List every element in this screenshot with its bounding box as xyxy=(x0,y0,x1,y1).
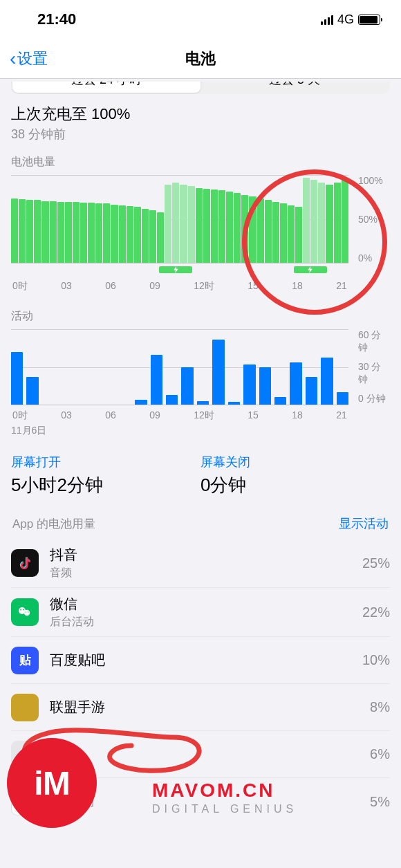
bar xyxy=(135,400,147,405)
bar xyxy=(11,352,23,405)
bar xyxy=(34,200,41,263)
bar xyxy=(103,203,110,263)
app-row[interactable]: 贴百度贴吧10% xyxy=(11,637,390,684)
bar xyxy=(259,367,271,405)
last-charge-card: 上次充电至 100% 38 分钟前 xyxy=(11,104,390,142)
app-percent: 5% xyxy=(370,794,390,810)
last-charge-title: 上次充电至 100% xyxy=(11,104,390,124)
app-row[interactable]: 联盟手游8% xyxy=(11,684,390,731)
nav-bar: ‹ 设置 电池 xyxy=(0,39,401,79)
tieba-icon: 贴 xyxy=(11,647,39,674)
screen-on[interactable]: 屏幕打开 5小时2分钟 xyxy=(11,454,200,497)
time-range-toggle[interactable]: 过去 24 小时 过去 5 天 xyxy=(11,82,390,94)
app-row[interactable]: 抖音音频25% xyxy=(11,539,390,588)
bar xyxy=(243,364,255,405)
bar xyxy=(295,207,302,263)
screen-time-row: 屏幕打开 5小时2分钟 屏幕关闭 0分钟 xyxy=(11,454,390,497)
date-label: 11月6日 xyxy=(11,425,348,437)
charging-icon xyxy=(294,266,327,273)
svg-point-4 xyxy=(26,611,26,612)
bar xyxy=(166,395,178,405)
douyin-icon xyxy=(11,549,39,577)
bar xyxy=(151,355,162,405)
bar xyxy=(157,212,164,263)
app-sub: 后台活动 xyxy=(50,615,351,629)
bar xyxy=(95,203,102,263)
show-activity-button[interactable]: 显示活动 xyxy=(339,515,389,532)
bar xyxy=(212,340,224,405)
page-title: 电池 xyxy=(185,48,216,69)
bar xyxy=(26,377,38,405)
status-right: 4G xyxy=(321,12,380,27)
bar xyxy=(41,201,48,263)
chart-title: 电池电量 xyxy=(11,155,390,169)
bar xyxy=(142,209,149,263)
svg-point-5 xyxy=(28,611,28,612)
bar xyxy=(180,185,187,263)
last-charge-sub: 38 分钟前 xyxy=(11,126,390,142)
bar xyxy=(197,401,209,405)
chevron-left-icon: ‹ xyxy=(10,49,16,68)
activity-chart: 活动 0时03060912时151821 11月6日 60 分钟30 分钟0 分… xyxy=(11,309,390,437)
app-sub: 后台活动 xyxy=(50,795,359,810)
bar xyxy=(303,178,310,263)
network-label: 4G xyxy=(337,12,354,27)
bar xyxy=(290,362,301,405)
app-name: 联盟手游 xyxy=(50,698,359,717)
svg-point-1 xyxy=(24,610,30,616)
app-percent: 6% xyxy=(370,746,390,762)
bar xyxy=(172,183,179,263)
charging-icon xyxy=(159,266,192,273)
status-bar: 21:40 4G xyxy=(0,0,401,39)
bar xyxy=(165,185,171,263)
bar xyxy=(50,201,57,263)
bar xyxy=(257,198,264,263)
screen-off[interactable]: 屏幕关闭 0分钟 xyxy=(200,454,390,497)
bar xyxy=(306,377,317,405)
bar xyxy=(326,185,333,263)
activity-plot[interactable] xyxy=(11,329,348,405)
bar xyxy=(234,193,241,263)
bar xyxy=(80,203,87,263)
app-sub: 音频 xyxy=(50,566,351,580)
bar xyxy=(272,202,279,263)
tab-24h[interactable]: 过去 24 小时 xyxy=(12,82,200,93)
app-name: 抖音 xyxy=(50,546,351,564)
battery-plot[interactable] xyxy=(11,175,348,264)
bar xyxy=(188,186,195,263)
charging-indicators xyxy=(11,266,348,276)
battery-icon xyxy=(358,15,380,25)
bar xyxy=(203,189,210,263)
bar xyxy=(196,188,203,263)
tab-5d[interactable]: 过去 5 天 xyxy=(200,82,389,93)
app-name: 微信 xyxy=(50,595,351,613)
bar xyxy=(337,392,348,405)
bar xyxy=(226,192,233,263)
bar xyxy=(149,210,156,263)
bar xyxy=(249,196,256,263)
bar xyxy=(241,195,248,263)
bar xyxy=(181,367,193,405)
bar xyxy=(274,397,286,405)
bar xyxy=(127,206,133,263)
bar xyxy=(318,183,325,263)
bar xyxy=(19,199,26,263)
usage-header: App 的电池用量 显示活动 xyxy=(11,515,390,532)
bar xyxy=(342,180,348,263)
app-row[interactable]: 微信后台活动22% xyxy=(11,588,390,637)
back-button[interactable]: ‹ 设置 xyxy=(10,48,48,69)
chart-title: 活动 xyxy=(11,309,390,324)
y-axis: 60 分钟30 分钟0 分钟 xyxy=(355,329,390,405)
app-percent: 10% xyxy=(362,652,390,668)
svg-point-3 xyxy=(23,609,24,611)
bar xyxy=(73,202,80,263)
signal-icon xyxy=(321,14,333,25)
lol-icon xyxy=(11,694,39,721)
y-axis: 100%50%0% xyxy=(355,175,390,264)
back-label: 设置 xyxy=(17,48,48,69)
bar xyxy=(288,205,295,263)
bar xyxy=(310,180,317,263)
bar xyxy=(134,207,141,263)
bar xyxy=(57,202,64,263)
usage-header-label: App 的电池用量 xyxy=(12,516,95,532)
